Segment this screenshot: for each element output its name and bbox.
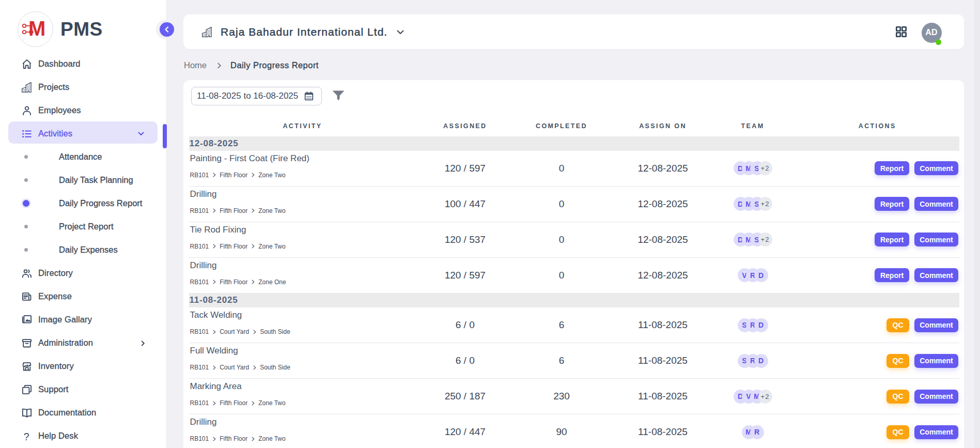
svg-text:?: ? [24,431,29,441]
svg-text:M: M [28,17,45,40]
